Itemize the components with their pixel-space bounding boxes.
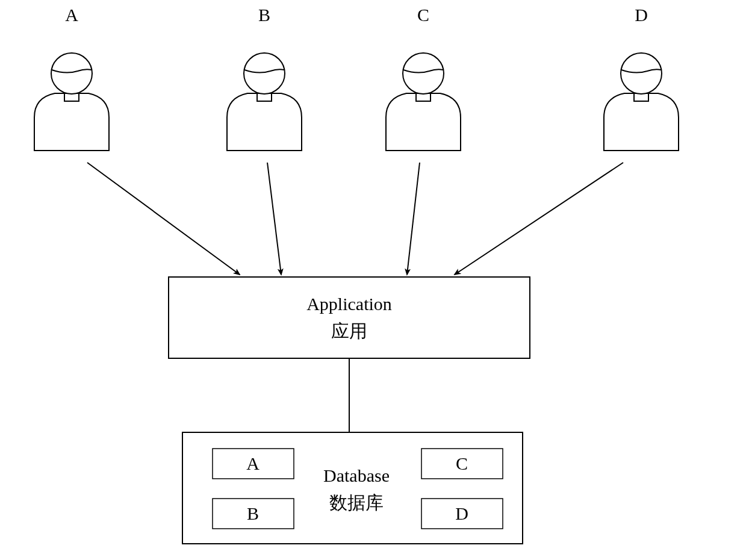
user-c-label: C [417, 5, 429, 25]
user-b [227, 53, 302, 151]
user-a [34, 53, 109, 151]
architecture-diagram: A B C D Application 应用 A B C D Database … [0, 0, 746, 560]
database-title-cn: 数据库 [329, 493, 384, 512]
user-c [386, 53, 461, 151]
database-title-en: Database [323, 465, 390, 485]
application-title-cn: 应用 [331, 321, 367, 341]
user-b-label: B [258, 5, 270, 25]
db-cell-a-label: A [246, 453, 260, 473]
arrow-b-to-app [267, 163, 281, 275]
db-cell-b-label: B [247, 503, 259, 523]
user-d [604, 53, 679, 151]
db-cell-d-label: D [455, 503, 468, 523]
application-box [169, 277, 530, 358]
user-d-label: D [635, 5, 648, 25]
application-title-en: Application [306, 294, 392, 314]
arrow-c-to-app [407, 163, 420, 275]
arrow-a-to-app [87, 163, 240, 275]
user-a-label: A [65, 5, 78, 25]
db-cell-c-label: C [456, 453, 468, 473]
arrow-d-to-app [455, 163, 623, 275]
